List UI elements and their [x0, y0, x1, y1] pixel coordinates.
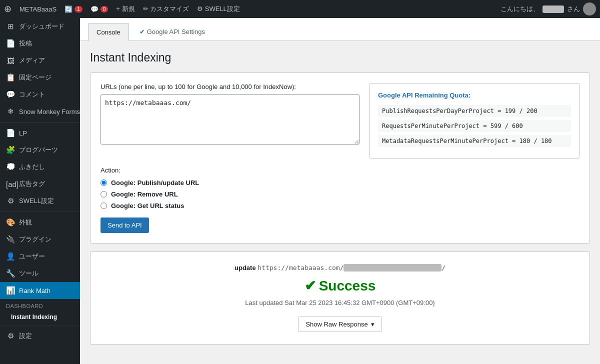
notifications-item[interactable]: 🔄 1	[64, 6, 82, 13]
result-success: ✔Success	[102, 278, 578, 294]
sidebar-item-appearance[interactable]: 🎨 外観	[0, 214, 80, 231]
result-url-text: https://metabaaas.com/ /	[258, 264, 446, 272]
sidebar-separator-2	[0, 212, 80, 212]
radio-remove[interactable]: Google: Remove URL	[100, 190, 580, 198]
sidebar-item-posts[interactable]: 📄 投稿	[0, 35, 80, 52]
sidebar-item-blog-parts[interactable]: 🧩 ブログパーツ	[0, 142, 80, 158]
media-icon: 🖼	[6, 56, 15, 65]
send-to-api-button[interactable]: Send to API	[100, 218, 149, 233]
radio-group: Google: Publish/update URL Google: Remov…	[100, 179, 580, 210]
topbar-right: こんにちは、 さん	[500, 2, 596, 16]
avatar	[583, 2, 596, 16]
quota-row-3: MetadataRequestsPerMinutePerProject = 18…	[378, 135, 571, 147]
quota-row-1: PublishRequestsPerDayPerProject = 199 / …	[378, 105, 571, 117]
sidebar-separator	[0, 122, 80, 122]
sidebar-sub-instant-indexing[interactable]: Instant Indexing	[0, 311, 80, 323]
sidebar-item-snow-monkey-forms[interactable]: ❄ Snow Monkey Forms	[0, 103, 80, 120]
radio-remove-label: Google: Remove URL	[111, 190, 178, 198]
sidebar-item-swell-settings[interactable]: ⚙ SWELL設定	[0, 192, 80, 210]
topbar: ⊕ METABaaaS 🔄 1 💬 0 + 新規 ✏ カスタマイズ ⚙ SWEL…	[0, 0, 600, 18]
new-button[interactable]: + 新規	[116, 4, 134, 14]
radio-remove-input[interactable]	[100, 191, 107, 198]
quota-box: Google API Remaining Quota: PublishReque…	[370, 83, 580, 158]
url-quota-row: URLs (one per line, up to 100 for Google…	[100, 83, 580, 158]
sidebar-group-dashboard: Dashboard	[0, 299, 80, 311]
posts-icon: 📄	[6, 39, 15, 48]
sidebar-item-media[interactable]: 🖼 メディア	[0, 52, 80, 69]
ad-icon: [ad]	[6, 180, 15, 188]
snow-monkey-icon: ❄	[6, 107, 15, 116]
quota-row-2: RequestsPerMinutePerProject = 599 / 600	[378, 120, 571, 132]
swell-icon: ⚙	[6, 196, 15, 206]
sidebar-item-lp[interactable]: 📄 LP	[0, 124, 80, 142]
page-title: Instant Indexing	[90, 51, 590, 64]
sidebar: ⊞ ダッシュボード 📄 投稿 🖼 メディア 📋 固定ページ 💬 コメント ❄ S…	[0, 18, 80, 364]
url-area-wrap: URLs (one per line, up to 100 for Google…	[100, 83, 360, 158]
swell-settings-button[interactable]: ⚙ SWELL設定	[197, 4, 240, 14]
chevron-down-icon: ▾	[371, 320, 374, 328]
content-area: Instant Indexing URLs (one per line, up …	[80, 41, 600, 354]
sidebar-item-users[interactable]: 👤 ユーザー	[0, 248, 80, 265]
comments-icon: 💬	[6, 90, 15, 99]
pages-icon: 📋	[6, 73, 15, 82]
blog-parts-icon: 🧩	[6, 146, 15, 154]
url-textarea[interactable]: https://metabaaas.com/	[100, 94, 360, 144]
radio-status[interactable]: Google: Get URL status	[100, 202, 580, 210]
sidebar-item-fukidashi[interactable]: 💭 ふきだし	[0, 158, 80, 176]
users-icon: 👤	[6, 252, 15, 261]
site-name[interactable]: METABaaaS	[20, 6, 56, 13]
radio-publish-input[interactable]	[100, 180, 107, 186]
result-time: Last updated Sat Mar 25 2023 16:45:32 GM…	[102, 299, 578, 306]
sidebar-item-pages[interactable]: 📋 固定ページ	[0, 69, 80, 86]
result-method: update	[234, 264, 256, 272]
quota-title[interactable]: Google API Remaining Quota:	[378, 92, 571, 99]
sidebar-item-settings[interactable]: ⚙ 設定	[0, 328, 80, 344]
wp-logo-icon[interactable]: ⊕	[4, 4, 12, 14]
url-quota-section: URLs (one per line, up to 100 for Google…	[90, 72, 590, 244]
success-checkmark-icon: ✔	[304, 278, 316, 294]
customize-button[interactable]: ✏ カスタマイズ	[143, 4, 190, 14]
action-section: Action: Google: Publish/update URL Googl…	[100, 158, 580, 233]
tab-google-api-settings[interactable]: ✔Google API Settings	[131, 22, 214, 40]
show-raw-response-button[interactable]: Show Raw Response ▾	[298, 316, 382, 332]
main-content: Console ✔Google API Settings Instant Ind…	[80, 18, 600, 364]
dashboard-icon: ⊞	[6, 22, 15, 31]
comments-item[interactable]: 💬 0	[90, 6, 108, 13]
rank-math-icon: 📊	[6, 286, 15, 295]
sidebar-item-ad-tags[interactable]: [ad] 広告タグ	[0, 176, 80, 192]
settings-icon: ⚙	[6, 332, 15, 340]
radio-publish-label: Google: Publish/update URL	[111, 179, 199, 186]
sidebar-item-plugins[interactable]: 🔌 プラグイン	[0, 231, 80, 248]
radio-status-input[interactable]	[100, 202, 107, 209]
result-url: update https://metabaaas.com/ /	[102, 264, 578, 272]
url-label: URLs (one per line, up to 100 for Google…	[100, 83, 360, 90]
tools-icon: 🔧	[6, 269, 15, 278]
action-label: Action:	[100, 166, 580, 174]
sidebar-item-comments[interactable]: 💬 コメント	[0, 86, 80, 103]
fukidashi-icon: 💭	[6, 162, 15, 172]
tabs-bar: Console ✔Google API Settings	[80, 18, 600, 41]
check-icon: ✔	[140, 28, 145, 36]
sidebar-item-tools[interactable]: 🔧 ツール	[0, 265, 80, 282]
result-section: update https://metabaaas.com/ / ✔Success…	[90, 252, 590, 344]
appearance-icon: 🎨	[6, 218, 15, 227]
radio-publish[interactable]: Google: Publish/update URL	[100, 179, 580, 186]
radio-status-label: Google: Get URL status	[111, 202, 184, 210]
plugins-icon: 🔌	[6, 235, 15, 244]
sidebar-item-rank-math[interactable]: 📊 Rank Math	[0, 282, 80, 299]
sidebar-separator-3	[0, 325, 80, 326]
sidebar-item-dashboard[interactable]: ⊞ ダッシュボード	[0, 18, 80, 35]
tab-console[interactable]: Console	[88, 23, 129, 41]
lp-icon: 📄	[6, 128, 15, 138]
